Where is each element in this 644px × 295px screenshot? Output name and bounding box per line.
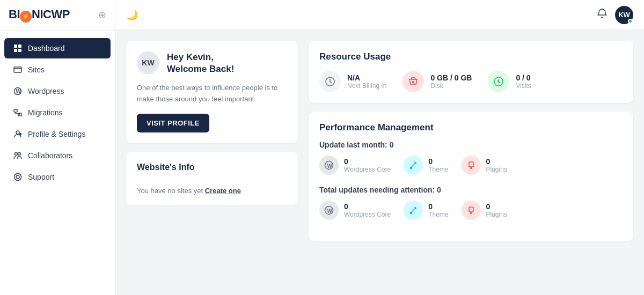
- plugins-icon: [462, 156, 481, 175]
- svg-rect-38: [469, 207, 473, 212]
- visit-profile-button[interactable]: VISIT PROFILE: [137, 114, 209, 132]
- sidebar-item-label: Profile & Settings: [28, 130, 85, 138]
- update-last-month-items: W 0 Wordpress Core 0 Theme: [319, 156, 623, 175]
- topbar-right: KW: [597, 6, 633, 24]
- disk-info: 0 GB / 0 GB Disk: [430, 73, 472, 90]
- dashboard-icon: [13, 43, 23, 53]
- sidebar-item-label: Wordpress: [28, 87, 64, 95]
- performance-card: Performance Management Update last month…: [309, 112, 633, 241]
- svg-rect-28: [469, 162, 473, 167]
- svg-rect-8: [14, 109, 17, 112]
- svg-rect-2: [14, 49, 17, 52]
- svg-point-13: [20, 133, 21, 135]
- sidebar-item-support[interactable]: Support: [4, 167, 111, 187]
- sidebar-item-collaborators[interactable]: Collaborators: [4, 145, 111, 166]
- sites-icon: [13, 65, 23, 75]
- sidebar-item-label: Support: [28, 173, 54, 181]
- visits-info: 0 / 0 Visits: [516, 73, 531, 90]
- welcome-header: KW Hey Kevin, Welcome Back!: [137, 51, 287, 75]
- resource-items-list: N/A Next Billing In 0 GB / 0 GB Disk: [319, 71, 623, 92]
- svg-point-19: [413, 82, 414, 83]
- websites-info-title: Website's Info: [137, 163, 287, 172]
- topbar: 🌙 KW: [115, 0, 644, 30]
- attention-item-theme: 0 Theme: [404, 201, 448, 220]
- profile-settings-icon: [13, 129, 23, 139]
- bolt-icon: ⚡: [20, 11, 32, 23]
- svg-point-16: [14, 173, 21, 180]
- svg-point-15: [18, 152, 21, 155]
- svg-text:W: W: [16, 88, 21, 94]
- left-column: KW Hey Kevin, Welcome Back! One of the b…: [126, 41, 298, 284]
- card-divider: [137, 180, 287, 180]
- collaborators-icon: [13, 151, 23, 160]
- resource-usage-card: Resource Usage N/A Next Billing In: [309, 41, 633, 103]
- no-sites-message: You have no sites yet Create one: [137, 187, 287, 195]
- svg-text:W: W: [327, 163, 333, 169]
- sidebar-item-sites[interactable]: Sites: [4, 60, 111, 80]
- update-item-theme: 0 Theme: [404, 156, 448, 175]
- greeting-text: Hey Kevin, Welcome Back!: [167, 51, 234, 75]
- svg-point-27: [411, 167, 412, 169]
- resource-usage-title: Resource Usage: [319, 51, 623, 62]
- resource-item-visits: $ 0 / 0 Visits: [488, 71, 531, 92]
- svg-point-14: [15, 152, 18, 155]
- attention-wp-core-info: 0 Wordpress Core: [344, 202, 391, 218]
- sidebar-item-label: Sites: [28, 65, 45, 74]
- total-attention-title: Total updates needing attention: 0: [319, 186, 623, 194]
- wordpress-icon: W: [13, 86, 23, 96]
- attention-plugins-info: 0 Plugins: [486, 202, 507, 218]
- migrations-icon: [13, 108, 23, 117]
- attention-theme-info: 0 Theme: [428, 202, 448, 218]
- disk-icon: [402, 71, 424, 92]
- svg-point-37: [411, 212, 412, 214]
- update-last-month-title: Update last month: 0: [319, 141, 623, 149]
- attention-wp-core-icon: W: [319, 201, 339, 220]
- billing-icon: [319, 71, 341, 92]
- sidebar-item-migrations[interactable]: Migrations: [4, 102, 111, 123]
- welcome-text: Hey Kevin, Welcome Back!: [167, 51, 234, 75]
- sidebar-nav: Dashboard Sites W Wordpress Migrations: [0, 31, 115, 296]
- online-indicator: [628, 19, 633, 24]
- resource-item-disk: 0 GB / 0 GB Disk: [402, 71, 472, 92]
- user-avatar[interactable]: KW: [615, 6, 633, 24]
- logo-text: BI⚡NICWP: [9, 8, 70, 23]
- notifications-icon[interactable]: [597, 8, 608, 21]
- svg-text:$: $: [497, 79, 500, 84]
- performance-title: Performance Management: [319, 122, 623, 133]
- sidebar-item-wordpress[interactable]: W Wordpress: [4, 81, 111, 101]
- sidebar: BI⚡NICWP ⊕ Dashboard Sites W Wordpress: [0, 0, 115, 295]
- wp-core-icon: W: [319, 156, 339, 175]
- plugins-info: 0 Plugins: [486, 157, 507, 173]
- welcome-quote: One of the best ways to influence people…: [137, 83, 287, 105]
- attention-item-plugins: 0 Plugins: [462, 201, 507, 220]
- resource-item-billing: N/A Next Billing In: [319, 71, 386, 92]
- sidebar-item-label: Collaborators: [28, 151, 72, 160]
- avatar: KW: [137, 51, 159, 74]
- update-item-wp-core: W 0 Wordpress Core: [319, 156, 391, 175]
- theme-info: 0 Theme: [428, 157, 448, 173]
- add-site-icon[interactable]: ⊕: [98, 9, 106, 21]
- sidebar-item-profile-settings[interactable]: Profile & Settings: [4, 124, 111, 144]
- theme-icon: [404, 156, 423, 175]
- page-content: KW Hey Kevin, Welcome Back! One of the b…: [115, 30, 644, 295]
- topbar-left: 🌙: [126, 9, 138, 21]
- total-attention-items: W 0 Wordpress Core 0 Theme: [319, 201, 623, 220]
- update-item-plugins: 0 Plugins: [462, 156, 507, 175]
- wp-core-info: 0 Wordpress Core: [344, 157, 391, 173]
- billing-info: N/A Next Billing In: [347, 73, 386, 90]
- dark-mode-toggle[interactable]: 🌙: [126, 9, 138, 21]
- sidebar-item-label: Migrations: [28, 108, 63, 117]
- svg-rect-1: [18, 45, 21, 48]
- svg-point-17: [16, 175, 19, 179]
- logo-area: BI⚡NICWP ⊕: [0, 0, 115, 31]
- attention-theme-icon: [404, 201, 423, 220]
- attention-plugins-icon: [462, 201, 481, 220]
- welcome-card: KW Hey Kevin, Welcome Back! One of the b…: [126, 41, 298, 143]
- svg-rect-3: [18, 49, 21, 52]
- sidebar-item-dashboard[interactable]: Dashboard: [4, 38, 111, 58]
- svg-text:W: W: [327, 208, 333, 214]
- create-site-link[interactable]: Create one: [205, 187, 241, 195]
- visits-icon: $: [488, 71, 509, 92]
- right-column: Resource Usage N/A Next Billing In: [309, 41, 633, 284]
- sidebar-item-label: Dashboard: [28, 44, 65, 53]
